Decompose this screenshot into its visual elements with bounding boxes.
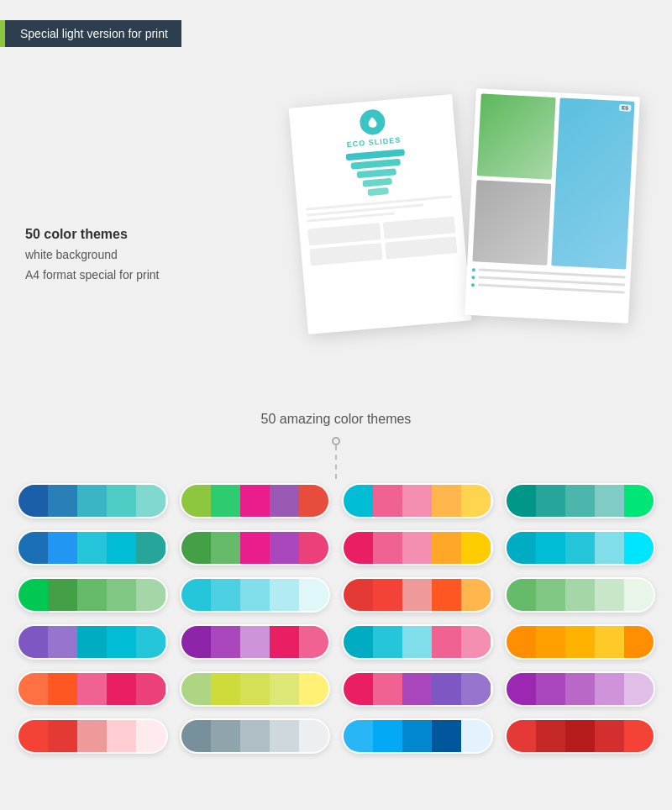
book-image-2: ES <box>551 97 634 269</box>
color-segment <box>624 532 654 564</box>
color-theme-8 <box>505 530 656 565</box>
left-text-section: 50 color themes white background A4 form… <box>25 227 160 286</box>
color-segment <box>565 626 595 658</box>
color-theme-7 <box>342 530 493 565</box>
color-segment <box>299 485 328 517</box>
color-segment <box>402 720 432 752</box>
color-segment <box>536 532 565 564</box>
color-segment <box>211 579 240 611</box>
color-segment <box>48 673 77 705</box>
banner-accent <box>0 20 5 47</box>
color-segment <box>344 485 373 517</box>
color-segment <box>536 720 565 752</box>
color-segment <box>240 579 270 611</box>
color-segment <box>18 720 48 752</box>
color-segment <box>211 720 240 752</box>
color-segment <box>181 485 211 517</box>
color-segment <box>181 720 211 752</box>
color-segment <box>595 579 624 611</box>
color-segment <box>402 673 432 705</box>
color-segment <box>48 579 77 611</box>
color-theme-10 <box>180 577 331 613</box>
color-segment <box>136 673 165 705</box>
color-segment <box>181 673 211 705</box>
eco-logo <box>359 108 386 136</box>
color-segment <box>461 485 491 517</box>
color-theme-6 <box>180 530 331 565</box>
color-theme-3 <box>342 483 493 518</box>
color-segment <box>595 673 624 705</box>
color-theme-1 <box>17 483 168 518</box>
color-segment <box>461 673 491 705</box>
color-segment <box>507 532 536 564</box>
color-segment <box>461 720 491 752</box>
color-segment <box>507 720 536 752</box>
color-segment <box>624 579 654 611</box>
color-segment <box>373 673 402 705</box>
color-segment <box>48 720 77 752</box>
color-theme-11 <box>342 577 493 613</box>
color-segment <box>107 720 136 752</box>
color-segment <box>181 626 211 658</box>
color-segment <box>402 626 432 658</box>
color-segment <box>77 532 107 564</box>
color-theme-17 <box>17 671 168 707</box>
color-segment <box>18 626 48 658</box>
color-segment <box>461 579 491 611</box>
color-segment <box>77 485 107 517</box>
color-segment <box>299 720 328 752</box>
color-segment <box>507 626 536 658</box>
color-segment <box>536 673 565 705</box>
color-segment <box>107 485 136 517</box>
color-segment <box>270 626 299 658</box>
color-theme-22 <box>180 718 331 754</box>
color-segment <box>48 532 77 564</box>
connector <box>332 437 340 479</box>
color-segment <box>402 485 432 517</box>
color-segment <box>402 532 432 564</box>
color-theme-15 <box>342 624 493 660</box>
book-page-left: ECO SLIDES <box>289 94 472 334</box>
color-theme-16 <box>505 624 656 660</box>
color-segment <box>507 485 536 517</box>
color-segment <box>240 720 270 752</box>
color-segment <box>270 579 299 611</box>
color-segment <box>373 626 402 658</box>
color-segment <box>136 532 165 564</box>
color-segment <box>107 532 136 564</box>
color-segment <box>402 579 432 611</box>
color-segment <box>240 532 270 564</box>
color-segment <box>507 579 536 611</box>
color-segment <box>344 673 373 705</box>
color-segment <box>461 532 491 564</box>
connector-dot <box>332 437 340 445</box>
book-mockup: ECO SLIDES <box>302 50 672 370</box>
color-theme-5 <box>17 530 168 565</box>
color-segment <box>624 673 654 705</box>
color-segment <box>595 485 624 517</box>
banner-text: Special light version for print <box>13 27 168 40</box>
color-segment <box>432 532 461 564</box>
color-segment <box>240 485 270 517</box>
color-segment <box>211 532 240 564</box>
color-segment <box>240 626 270 658</box>
color-theme-20 <box>505 671 656 707</box>
color-segment <box>373 532 402 564</box>
color-segment <box>107 673 136 705</box>
color-segment <box>595 720 624 752</box>
sub-line-1: white background <box>25 245 160 266</box>
color-segment <box>373 720 402 752</box>
color-segment <box>181 579 211 611</box>
book-image-1 <box>477 93 556 179</box>
color-segment <box>107 626 136 658</box>
color-segment <box>181 532 211 564</box>
color-theme-24 <box>505 718 656 754</box>
color-segment <box>136 485 165 517</box>
color-theme-18 <box>180 671 331 707</box>
color-segment <box>18 673 48 705</box>
color-segment <box>344 579 373 611</box>
color-theme-9 <box>17 577 168 613</box>
color-segment <box>107 579 136 611</box>
color-segment <box>565 720 595 752</box>
color-segment <box>270 720 299 752</box>
